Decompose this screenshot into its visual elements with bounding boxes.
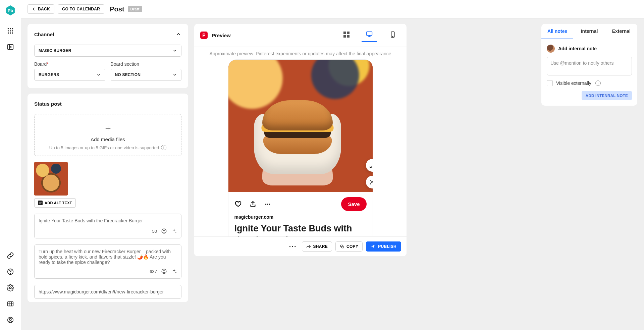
note-textarea[interactable]: Use @mention to notify others (547, 57, 632, 75)
left-rail: Pb (0, 0, 21, 330)
share-label: SHARE (313, 244, 328, 249)
account-select[interactable]: MAGIC BURGER (34, 45, 181, 57)
notes-card: All notes Internal External Add internal… (541, 24, 637, 106)
more-icon[interactable] (264, 201, 271, 208)
chevron-up-icon (175, 31, 181, 37)
visible-externally-checkbox[interactable] (547, 80, 553, 86)
help-icon[interactable] (6, 268, 14, 276)
plus-icon: ＋ (39, 122, 176, 134)
svg-point-6 (8, 33, 9, 34)
description-text: Turn up the heat with our new Firecracke… (39, 249, 177, 265)
pin-domain[interactable]: magicburger.com (234, 214, 274, 220)
device-grid-button[interactable] (339, 30, 354, 41)
back-label: BACK (38, 7, 50, 11)
ai-assist-icon[interactable] (171, 228, 177, 234)
publish-button[interactable]: PUBLISH (366, 241, 401, 252)
preview-label: Preview (212, 33, 231, 38)
back-button[interactable]: BACK (28, 4, 54, 14)
add-alt-text-button[interactable]: ADD ALT TEXT (34, 198, 76, 208)
alt-text-icon (38, 201, 43, 205)
avatar (547, 45, 555, 53)
desc-char-count: 637 (150, 269, 157, 274)
svg-point-5 (12, 30, 13, 32)
publish-label: PUBLISH (378, 244, 396, 249)
page-title: Post (110, 5, 124, 13)
heart-icon[interactable] (234, 201, 242, 208)
emoji-icon[interactable] (161, 268, 167, 274)
svg-point-21 (163, 230, 164, 231)
footer-more-icon[interactable]: ··· (289, 243, 297, 251)
dropzone-title: Add media files (39, 136, 176, 142)
svg-point-24 (163, 271, 164, 271)
status-badge: Draft (128, 6, 142, 12)
media-thumbnail[interactable] (34, 162, 68, 196)
svg-point-30 (392, 36, 393, 37)
dropzone-hint: Up to 5 images or up to 5 GIFs or one vi… (49, 145, 159, 150)
share-button[interactable]: SHARE (302, 241, 332, 252)
copy-icon (340, 244, 344, 249)
account-icon[interactable] (6, 316, 14, 324)
pinterest-icon: P (200, 32, 208, 39)
settings-icon[interactable] (6, 284, 14, 292)
go-to-calendar-button[interactable]: GO TO CALENDAR (58, 4, 104, 14)
status-post-card: Status post ＋ Add media files Up to 5 im… (28, 94, 188, 302)
section-select[interactable]: NO SECTION (111, 69, 182, 81)
svg-line-32 (370, 166, 372, 168)
svg-point-25 (165, 271, 165, 271)
emoji-icon[interactable] (161, 228, 167, 234)
title-text: Ignite Your Taste Buds with the Firecrac… (39, 218, 177, 225)
svg-point-34 (265, 204, 266, 205)
svg-point-19 (9, 318, 11, 320)
tab-internal[interactable]: Internal (573, 24, 605, 39)
alt-button-label: ADD ALT TEXT (45, 201, 72, 205)
channel-header[interactable]: Channel (34, 31, 181, 37)
svg-point-0 (8, 28, 9, 30)
visible-label: Visible externally (556, 80, 591, 86)
title-input[interactable]: Ignite Your Taste Buds with the Firecrac… (34, 214, 181, 238)
info-icon[interactable]: i (595, 80, 601, 86)
svg-rect-26 (367, 32, 372, 36)
device-desktop-button[interactable] (362, 29, 377, 42)
device-mobile-button[interactable] (385, 29, 400, 42)
media-icon[interactable] (6, 300, 14, 308)
channel-card: Channel MAGIC BURGER Board* BURGERS Boar… (28, 24, 188, 88)
chevron-down-icon (172, 72, 177, 77)
share-icon[interactable] (249, 201, 257, 208)
notes-heading: Add internal note (558, 46, 597, 51)
svg-point-35 (267, 204, 268, 205)
pin-save-button[interactable]: Save (341, 197, 366, 211)
svg-point-4 (10, 30, 11, 32)
app-logo[interactable]: Pb (5, 5, 15, 15)
status-post-heading: Status post (34, 101, 181, 107)
tab-external[interactable]: External (605, 24, 637, 39)
send-icon (371, 244, 375, 249)
monitor-icon (366, 31, 373, 38)
svg-point-8 (12, 33, 13, 34)
ai-assist-icon[interactable] (171, 268, 177, 274)
media-dropzone[interactable]: ＋ Add media files Up to 5 images or up t… (34, 114, 181, 156)
copy-button[interactable]: COPY (335, 241, 363, 252)
svg-point-2 (12, 28, 13, 30)
channel-heading: Channel (34, 32, 54, 37)
link-icon[interactable] (6, 252, 14, 260)
info-icon[interactable]: i (161, 145, 166, 150)
title-char-count: 50 (152, 229, 157, 234)
apps-icon[interactable] (6, 27, 14, 35)
account-value: MAGIC BURGER (39, 48, 71, 53)
add-internal-note-button[interactable]: ADD INTENRAL NOTE (582, 91, 632, 100)
section-value: NO SECTION (115, 72, 141, 77)
calendar-label: GO TO CALENDAR (62, 7, 100, 11)
link-input[interactable]: https://www.magicburger.com/dk/en/t/new-… (34, 285, 181, 299)
board-select[interactable]: BURGERS (34, 69, 105, 81)
tab-all-notes[interactable]: All notes (541, 24, 573, 39)
chevron-down-icon (172, 48, 177, 53)
description-input[interactable]: Turn up the heat with our new Firecracke… (34, 244, 181, 279)
svg-point-20 (162, 229, 166, 233)
board-label: Board* (34, 61, 105, 67)
link-value: https://www.magicburger.com/dk/en/t/new-… (39, 289, 164, 294)
svg-point-36 (269, 204, 270, 205)
panel-collapse-icon[interactable] (6, 43, 14, 51)
phone-icon (389, 31, 396, 38)
preview-card: P Preview Approximate preview. Pinterest… (194, 24, 407, 256)
top-bar: BACK GO TO CALENDAR Post Draft (21, 0, 644, 18)
